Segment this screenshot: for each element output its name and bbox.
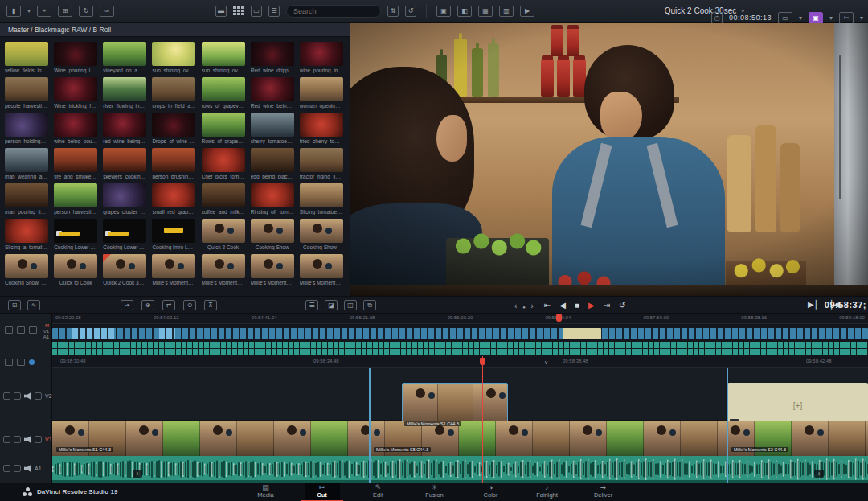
media-clip[interactable]: person_harvestin... xyxy=(54,183,99,219)
timeline-overview[interactable] xyxy=(52,324,868,356)
detail-playhead[interactable] xyxy=(482,356,483,483)
search-input[interactable] xyxy=(286,5,381,18)
media-clip[interactable]: skewers_cooking_... xyxy=(103,148,148,183)
thumbnail-view-icon[interactable] xyxy=(233,6,244,15)
enable-icon[interactable] xyxy=(35,392,42,400)
clip-thumbnail[interactable] xyxy=(607,421,644,456)
clip-thumbnail[interactable] xyxy=(251,219,294,243)
media-clip[interactable]: river_flowing_in_t... xyxy=(103,77,148,113)
clip-thumbnail[interactable] xyxy=(5,219,48,243)
media-clip[interactable]: Wine_trickling_fro... xyxy=(54,77,99,113)
clip-thumbnail[interactable] xyxy=(792,421,829,456)
viewer-tools-icon[interactable]: ✂ xyxy=(839,12,854,23)
timeline-zoom-icon[interactable]: ⊡ xyxy=(8,300,21,310)
media-clip[interactable]: yellow_fields_in_bl... xyxy=(5,42,50,77)
media-clip[interactable]: Cooking Lower Thi... xyxy=(54,219,99,254)
media-pool-toggle-icon[interactable]: ▮ xyxy=(6,6,21,17)
place-on-top-icon[interactable]: ⊼ xyxy=(204,300,217,310)
clip-thumbnail[interactable] xyxy=(459,421,496,456)
clip-thumbnail[interactable] xyxy=(152,148,195,172)
clip-thumbnail[interactable] xyxy=(829,421,866,456)
clip-thumbnail[interactable] xyxy=(152,113,195,137)
clip-thumbnail[interactable] xyxy=(251,77,294,101)
step-forward-button[interactable]: ⇥ xyxy=(604,302,610,310)
tab-cut[interactable]: ✂Cut xyxy=(305,483,340,501)
speaker-icon[interactable] xyxy=(24,465,31,472)
media-clip[interactable]: Slicing_a_tomato_... xyxy=(5,219,50,254)
clip-thumbnail[interactable] xyxy=(300,113,343,137)
clip-thumbnail[interactable] xyxy=(300,148,343,172)
overview-ruler[interactable]: 09:53:22.2809:54:02.1209:54:41.2409:55:2… xyxy=(52,314,868,324)
clip-thumbnail[interactable] xyxy=(200,421,237,456)
media-clip[interactable]: Rows_of_grape_tr... xyxy=(202,113,247,148)
stop-button[interactable]: ■ xyxy=(575,302,579,310)
media-clip[interactable]: Quick 2 Cook xyxy=(202,219,247,254)
detail-ruler[interactable]: 09:58:30.4809:58:34.4809:58:38.4809:58:4… xyxy=(52,356,868,368)
media-clip[interactable]: red_wine_being_p... xyxy=(103,113,148,148)
media-clip[interactable]: man_wearing_an_... xyxy=(5,148,50,183)
media-clip[interactable]: Drops_of_wine_sp... xyxy=(152,113,197,148)
track-option-icon[interactable] xyxy=(5,326,13,334)
media-clip[interactable]: Cooking Show_ xyxy=(300,219,345,254)
jog-control[interactable]: ‹ ● › xyxy=(514,302,535,310)
chevron-down-icon[interactable]: ▾ xyxy=(27,7,31,14)
clip-thumbnail[interactable] xyxy=(5,183,48,207)
viewer-tools-chevron-icon[interactable]: ▾ xyxy=(860,14,863,22)
clip-thumbnail[interactable] xyxy=(5,254,48,278)
media-clip[interactable]: cherry_tomatoes_... xyxy=(251,113,296,148)
media-clip[interactable]: egg_being_placed... xyxy=(251,148,296,183)
clip-cut-line[interactable] xyxy=(369,368,371,483)
transition-icon[interactable]: ⧉ xyxy=(363,300,376,310)
list-view-icon[interactable]: ☰ xyxy=(268,6,280,17)
clip-play-icon[interactable]: ▶ xyxy=(520,6,534,17)
tape-view-icon[interactable]: ▦ xyxy=(478,6,493,17)
play-button[interactable]: ▶ xyxy=(588,302,595,310)
media-clip[interactable]: Slicing_tomatoes_... xyxy=(300,183,345,219)
media-clip[interactable]: Red_wine_being_p... xyxy=(251,77,296,113)
media-clip[interactable]: fire_and_smoke_c... xyxy=(54,148,99,183)
clip-thumbnail[interactable] xyxy=(54,219,97,243)
clip-thumbnail[interactable] xyxy=(103,254,146,278)
clip-thumbnail[interactable] xyxy=(300,77,343,101)
clip-thumbnail[interactable] xyxy=(54,254,97,278)
link-icon[interactable] xyxy=(3,436,10,443)
track-name[interactable]: V1 xyxy=(45,437,52,442)
media-clip[interactable]: Red_wine_drippin... xyxy=(251,42,296,77)
loop-button[interactable]: ↺ xyxy=(619,302,625,310)
clip-thumbnail[interactable] xyxy=(103,113,146,137)
link-clips-icon[interactable]: ∞ xyxy=(100,6,114,17)
append-icon[interactable]: ⊕ xyxy=(141,300,154,310)
track-name[interactable]: A1 xyxy=(35,466,42,471)
media-clip[interactable]: rows_of_grapevin... xyxy=(202,77,247,113)
media-clip[interactable]: Cooking Intro Log... xyxy=(152,219,197,254)
media-clip[interactable]: Millie's Moments ... xyxy=(251,254,296,290)
viewer-mode-icon[interactable]: ▭ xyxy=(778,12,792,23)
overview-playhead[interactable] xyxy=(559,314,559,356)
overview-audio-track-1[interactable] xyxy=(52,342,868,348)
media-clip[interactable]: grapes_cluster_on... xyxy=(103,183,148,219)
clip-thumbnail[interactable] xyxy=(251,113,294,137)
media-clip[interactable]: vineyard_on_a_far... xyxy=(103,42,148,77)
clip-thumbnail[interactable] xyxy=(237,421,274,456)
clip-thumbnail[interactable] xyxy=(202,113,245,137)
tab-edit[interactable]: ✎Edit xyxy=(361,483,396,501)
clip-thumbnail[interactable] xyxy=(5,148,48,172)
media-clip[interactable]: man_pouring_liqu... xyxy=(5,183,50,219)
media-clip[interactable]: tractor_riding_live... xyxy=(300,148,345,183)
import-media-icon[interactable]: + xyxy=(37,6,51,17)
clip-thumbnail[interactable] xyxy=(54,113,97,137)
media-clip[interactable]: woman_opening_... xyxy=(300,77,345,113)
clip-thumbnail[interactable] xyxy=(5,77,48,101)
clip-thumbnail[interactable] xyxy=(126,421,163,456)
media-clip[interactable]: coffee_and_milk_b... xyxy=(202,183,247,219)
clip-thumbnail[interactable] xyxy=(54,42,97,66)
snapping-icon[interactable]: ∿ xyxy=(27,300,40,310)
clip-thumbnail[interactable] xyxy=(681,421,718,456)
clip-thumbnail[interactable] xyxy=(202,42,245,66)
media-clip[interactable]: Chef_picks_tomat... xyxy=(202,148,247,183)
timeline-view-icon[interactable] xyxy=(5,359,13,366)
tab-fairlight[interactable]: ♪Fairlight xyxy=(530,483,565,501)
clip-thumbnail[interactable] xyxy=(103,148,146,172)
overview-selected-clip[interactable] xyxy=(159,328,175,339)
clip-thumbnail[interactable] xyxy=(202,183,245,207)
